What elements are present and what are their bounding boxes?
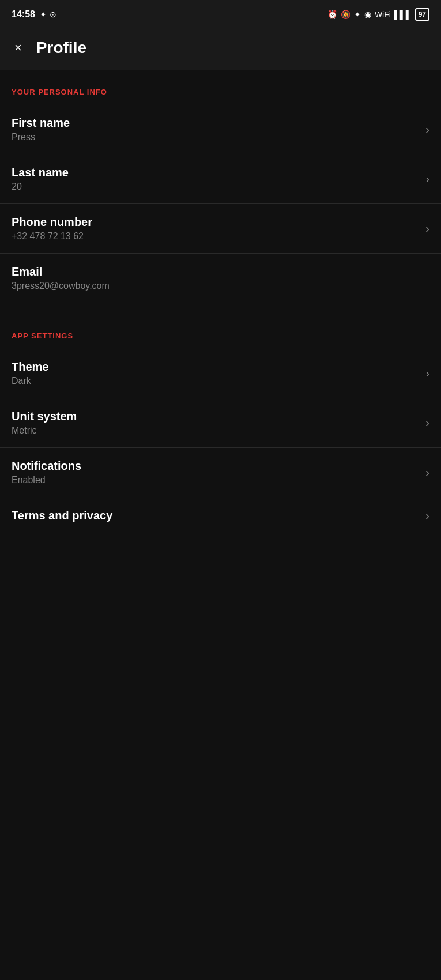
notifications-content: Notifications Enabled: [12, 459, 81, 485]
notifications-value: Enabled: [12, 475, 81, 485]
last-name-value: 20: [12, 182, 69, 192]
terms-privacy-label: Terms and privacy: [12, 509, 112, 522]
security-icon: ⊙: [50, 10, 56, 19]
status-bar: 14:58 ✦ ⊙ ⏰ 🔕 ✦ ◉ WiFi ▌▌▌ 97: [0, 0, 441, 29]
wifi-icon: WiFi: [375, 10, 391, 19]
grid-icon: ✦: [40, 10, 47, 19]
first-name-item[interactable]: First name Press ›: [0, 105, 441, 154]
personal-info-section: YOUR PERSONAL INFO First name Press › La…: [0, 70, 441, 303]
last-name-label: Last name: [12, 166, 69, 179]
theme-chevron: ›: [425, 367, 429, 380]
status-icons-left: ✦ ⊙: [40, 10, 56, 19]
terms-privacy-item[interactable]: Terms and privacy ›: [0, 497, 441, 534]
notifications-chevron: ›: [425, 466, 429, 479]
first-name-chevron: ›: [425, 123, 429, 136]
status-time: 14:58: [12, 9, 35, 20]
phone-number-item[interactable]: Phone number +32 478 72 13 62 ›: [0, 204, 441, 254]
close-button[interactable]: ×: [12, 37, 25, 58]
terms-privacy-content: Terms and privacy: [12, 509, 112, 522]
theme-content: Theme Dark: [12, 360, 48, 386]
theme-label: Theme: [12, 360, 48, 374]
unit-system-value: Metric: [12, 425, 77, 436]
phone-number-label: Phone number: [12, 216, 92, 229]
content: YOUR PERSONAL INFO First name Press › La…: [0, 70, 441, 980]
first-name-label: First name: [12, 116, 70, 130]
header: × Profile: [0, 29, 441, 70]
email-item[interactable]: Email 3press20@cowboy.com: [0, 254, 441, 303]
status-right: ⏰ 🔕 ✦ ◉ WiFi ▌▌▌ 97: [327, 8, 429, 21]
location-icon: ◉: [364, 10, 371, 19]
email-value: 3press20@cowboy.com: [12, 281, 110, 291]
page-title: Profile: [36, 39, 86, 57]
notifications-label: Notifications: [12, 459, 81, 473]
close-icon: ×: [14, 40, 22, 55]
phone-number-chevron: ›: [425, 222, 429, 235]
app-settings-heading: APP SETTINGS: [0, 314, 441, 349]
app-settings-section: APP SETTINGS Theme Dark › Unit system Me…: [0, 314, 441, 534]
terms-privacy-chevron: ›: [425, 509, 429, 522]
bluetooth-icon: ✦: [354, 10, 361, 19]
email-label: Email: [12, 265, 110, 278]
alarm-icon: ⏰: [327, 10, 337, 19]
last-name-item[interactable]: Last name 20 ›: [0, 154, 441, 204]
phone-number-value: +32 478 72 13 62: [12, 231, 92, 242]
last-name-content: Last name 20: [12, 166, 69, 192]
notifications-item[interactable]: Notifications Enabled ›: [0, 448, 441, 497]
unit-system-item[interactable]: Unit system Metric ›: [0, 398, 441, 448]
unit-system-content: Unit system Metric: [12, 410, 77, 436]
theme-item[interactable]: Theme Dark ›: [0, 349, 441, 398]
last-name-chevron: ›: [425, 172, 429, 186]
battery-icon: 97: [415, 8, 429, 21]
silent-icon: 🔕: [341, 10, 350, 19]
first-name-value: Press: [12, 132, 70, 142]
theme-value: Dark: [12, 376, 48, 386]
phone-number-content: Phone number +32 478 72 13 62: [12, 216, 92, 242]
signal-icon: ▌▌▌: [394, 10, 412, 19]
status-left: 14:58 ✦ ⊙: [12, 9, 56, 20]
personal-info-heading: YOUR PERSONAL INFO: [0, 70, 441, 105]
unit-system-chevron: ›: [425, 416, 429, 429]
unit-system-label: Unit system: [12, 410, 77, 423]
first-name-content: First name Press: [12, 116, 70, 142]
email-content: Email 3press20@cowboy.com: [12, 265, 110, 291]
